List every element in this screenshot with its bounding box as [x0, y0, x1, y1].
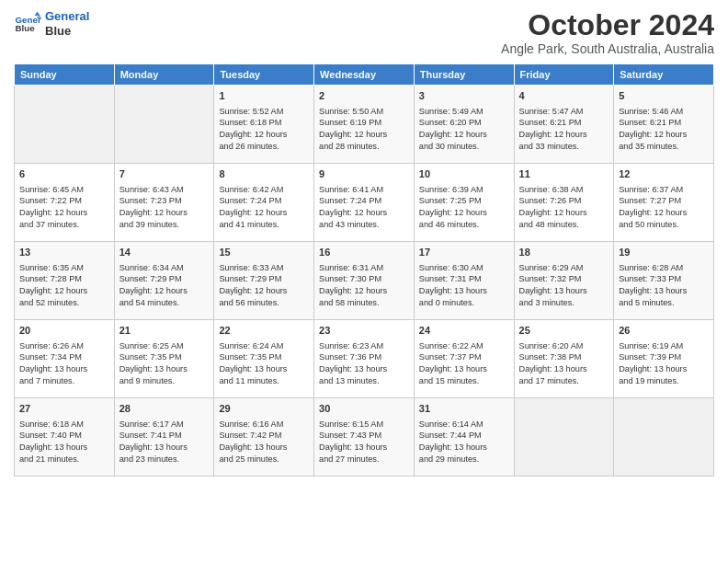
calendar-cell: 30Sunrise: 6:15 AMSunset: 7:43 PMDayligh…	[314, 398, 415, 477]
calendar-cell: 5Sunrise: 5:46 AMSunset: 6:21 PMDaylight…	[614, 86, 714, 164]
header: General Blue General Blue October 2024 A…	[14, 9, 714, 56]
day-info: and 15 minutes.	[419, 375, 509, 387]
day-info: Sunrise: 6:34 AM	[119, 262, 210, 274]
day-info: Sunset: 7:25 PM	[419, 195, 509, 207]
day-info: Sunset: 7:42 PM	[219, 430, 309, 442]
calendar-cell: 29Sunrise: 6:16 AMSunset: 7:42 PMDayligh…	[214, 398, 314, 477]
day-number: 29	[219, 402, 309, 416]
calendar-header-wednesday: Wednesday	[314, 64, 415, 86]
day-info: Sunrise: 6:38 AM	[519, 184, 609, 196]
day-info: Sunrise: 6:28 AM	[619, 262, 709, 274]
day-info: and 33 minutes.	[519, 141, 609, 153]
calendar-header-friday: Friday	[514, 64, 614, 86]
day-info: Sunrise: 6:18 AM	[19, 419, 109, 431]
day-info: Sunrise: 6:29 AM	[519, 262, 609, 274]
day-info: Daylight: 12 hours	[519, 207, 609, 219]
day-number: 14	[119, 246, 210, 259]
day-info: and 50 minutes.	[619, 219, 709, 231]
day-info: Sunrise: 6:31 AM	[319, 262, 409, 274]
day-number: 2	[319, 89, 409, 103]
calendar-cell: 15Sunrise: 6:33 AMSunset: 7:29 PMDayligh…	[214, 242, 314, 320]
day-info: Sunset: 6:21 PM	[619, 117, 709, 129]
day-number: 24	[419, 324, 509, 338]
day-info: Daylight: 13 hours	[119, 363, 210, 375]
day-info: Sunset: 7:27 PM	[619, 195, 709, 207]
calendar-cell: 20Sunrise: 6:26 AMSunset: 7:34 PMDayligh…	[15, 320, 115, 398]
day-info: and 46 minutes.	[419, 219, 509, 231]
day-number: 6	[19, 167, 109, 181]
day-number: 9	[319, 167, 409, 181]
calendar-header-monday: Monday	[114, 64, 214, 86]
day-info: Sunrise: 6:43 AM	[119, 184, 210, 196]
day-number: 5	[619, 89, 709, 103]
day-number: 3	[419, 89, 509, 103]
day-info: Sunrise: 6:26 AM	[19, 340, 109, 352]
day-info: Sunset: 6:18 PM	[219, 117, 309, 129]
day-info: Sunset: 7:32 PM	[519, 273, 609, 285]
calendar-cell	[15, 86, 115, 164]
day-number: 18	[519, 246, 609, 259]
day-info: Daylight: 12 hours	[19, 285, 109, 297]
day-info: and 5 minutes.	[619, 297, 709, 309]
calendar-cell: 22Sunrise: 6:24 AMSunset: 7:35 PMDayligh…	[214, 320, 314, 398]
day-info: Sunrise: 6:17 AM	[119, 419, 210, 431]
day-number: 27	[19, 402, 109, 416]
day-info: Daylight: 12 hours	[219, 129, 309, 141]
calendar-cell: 27Sunrise: 6:18 AMSunset: 7:40 PMDayligh…	[15, 398, 115, 477]
day-info: Daylight: 12 hours	[619, 129, 709, 141]
day-number: 10	[419, 167, 509, 181]
logo: General Blue General Blue	[14, 9, 89, 38]
day-info: Daylight: 13 hours	[619, 285, 709, 297]
day-info: and 25 minutes.	[219, 454, 309, 465]
day-info: Sunset: 7:37 PM	[419, 351, 509, 363]
day-info: and 7 minutes.	[19, 375, 109, 387]
day-info: Sunset: 7:38 PM	[519, 351, 609, 363]
day-number: 17	[419, 246, 509, 259]
calendar-cell: 2Sunrise: 5:50 AMSunset: 6:19 PMDaylight…	[314, 86, 415, 164]
day-number: 12	[619, 167, 709, 181]
day-info: Sunset: 7:34 PM	[19, 351, 109, 363]
day-info: Daylight: 12 hours	[319, 285, 409, 297]
day-info: Sunrise: 6:16 AM	[219, 419, 309, 431]
calendar-cell: 19Sunrise: 6:28 AMSunset: 7:33 PMDayligh…	[614, 242, 714, 320]
calendar-cell: 31Sunrise: 6:14 AMSunset: 7:44 PMDayligh…	[414, 398, 514, 477]
day-info: Sunrise: 6:33 AM	[219, 262, 309, 274]
day-info: Daylight: 12 hours	[519, 129, 609, 141]
day-info: Sunset: 7:36 PM	[319, 351, 409, 363]
day-info: Daylight: 13 hours	[419, 363, 509, 375]
calendar-header-tuesday: Tuesday	[214, 64, 314, 86]
day-info: Sunset: 7:35 PM	[219, 351, 309, 363]
day-info: Sunset: 7:29 PM	[219, 273, 309, 285]
day-info: and 43 minutes.	[319, 219, 409, 231]
day-info: Daylight: 12 hours	[119, 207, 210, 219]
calendar-week-3: 13Sunrise: 6:35 AMSunset: 7:28 PMDayligh…	[15, 242, 714, 320]
calendar-cell: 9Sunrise: 6:41 AMSunset: 7:24 PMDaylight…	[314, 164, 415, 242]
calendar-cell: 24Sunrise: 6:22 AMSunset: 7:37 PMDayligh…	[414, 320, 514, 398]
calendar-cell: 1Sunrise: 5:52 AMSunset: 6:18 PMDaylight…	[214, 86, 314, 164]
calendar-cell: 11Sunrise: 6:38 AMSunset: 7:26 PMDayligh…	[514, 164, 614, 242]
day-info: Sunset: 7:24 PM	[219, 195, 309, 207]
day-info: Daylight: 13 hours	[519, 363, 609, 375]
day-info: Sunrise: 6:30 AM	[419, 262, 509, 274]
day-info: Daylight: 12 hours	[219, 285, 309, 297]
day-number: 13	[19, 246, 109, 259]
logo-blue: Blue	[45, 24, 71, 38]
day-info: Sunrise: 6:24 AM	[219, 340, 309, 352]
day-number: 30	[319, 402, 409, 416]
day-info: Sunrise: 6:14 AM	[419, 419, 509, 431]
day-number: 26	[619, 324, 709, 338]
logo-general: General	[45, 9, 89, 23]
calendar-cell: 14Sunrise: 6:34 AMSunset: 7:29 PMDayligh…	[114, 242, 214, 320]
day-info: and 54 minutes.	[119, 297, 210, 309]
day-number: 25	[519, 324, 609, 338]
day-number: 31	[419, 402, 509, 416]
day-info: and 29 minutes.	[419, 454, 509, 465]
calendar-cell	[614, 398, 714, 477]
day-info: Daylight: 13 hours	[219, 363, 309, 375]
day-info: Sunrise: 6:19 AM	[619, 340, 709, 352]
page: General Blue General Blue October 2024 A…	[0, 0, 728, 563]
calendar-cell: 8Sunrise: 6:42 AMSunset: 7:24 PMDaylight…	[214, 164, 314, 242]
calendar-cell: 13Sunrise: 6:35 AMSunset: 7:28 PMDayligh…	[15, 242, 115, 320]
day-info: and 27 minutes.	[319, 454, 409, 465]
day-info: Sunset: 7:44 PM	[419, 430, 509, 442]
